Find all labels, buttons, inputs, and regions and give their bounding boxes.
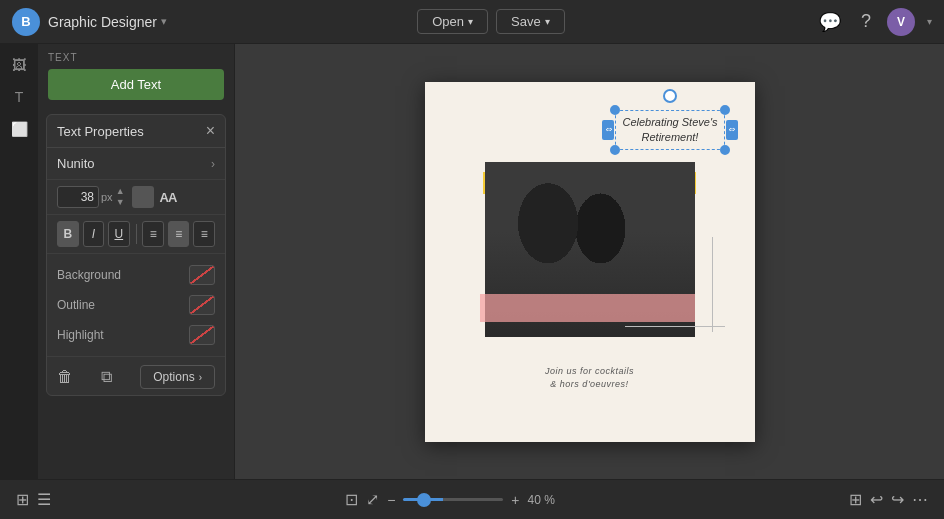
sidebar-content: TEXT Add Text Text Properties × Nunito › — [38, 44, 234, 479]
rail-icon-text[interactable]: T — [10, 84, 29, 110]
italic-button[interactable]: I — [83, 221, 105, 247]
fit-button[interactable]: ⊡ — [345, 490, 358, 509]
format-align-row: B I U ≡ ≡ ≡ — [47, 215, 225, 254]
options-chevron-icon: › — [199, 372, 202, 383]
canvas-line-horizontal — [625, 326, 725, 327]
underline-button[interactable]: U — [108, 221, 130, 247]
props-title: Text Properties — [57, 124, 144, 139]
options-row: 🗑 ⧉ Options › — [47, 356, 225, 395]
font-selector-row[interactable]: Nunito › — [47, 148, 225, 180]
close-props-button[interactable]: × — [206, 123, 215, 139]
avatar[interactable]: V — [887, 8, 915, 36]
canvas-subtitle-line1: Join us for cocktails — [425, 365, 755, 379]
font-size-input[interactable] — [57, 186, 99, 208]
duplicate-button[interactable]: ⧉ — [101, 368, 112, 386]
help-icon-button[interactable]: ? — [857, 7, 875, 36]
outline-color-swatch[interactable] — [189, 295, 215, 315]
topbar-center: Open ▾ Save ▾ — [417, 9, 564, 34]
font-color-swatch[interactable] — [132, 186, 154, 208]
text-section: TEXT Add Text — [38, 44, 234, 108]
app-name-menu[interactable]: Graphic Designer ▾ — [48, 14, 167, 30]
align-left-button[interactable]: ≡ — [142, 221, 164, 247]
background-label: Background — [57, 268, 121, 282]
topbar-right: 💬 ? V ▾ — [815, 7, 932, 37]
highlight-color-row: Highlight — [57, 320, 215, 350]
canvas-title-text[interactable]: Celebrating Steve's Retirement! ⇔ ⇔ — [615, 110, 724, 151]
size-style-row: px ▲ ▼ AA — [47, 180, 225, 215]
font-size-down-button[interactable]: ▼ — [115, 197, 126, 208]
canvas-line-vertical — [712, 237, 713, 332]
bottombar: ⊞ ☰ ⊡ ⤢ − + 40 % ⊞ ↩ ↪ ⋯ — [0, 479, 944, 519]
canvas: Celebrating Steve's Retirement! ⇔ ⇔ — [425, 82, 755, 442]
zoom-out-button[interactable]: − — [387, 492, 395, 508]
save-chevron-icon: ▾ — [545, 16, 550, 27]
delete-button[interactable]: 🗑 — [57, 368, 73, 386]
sel-handle-tr — [720, 105, 730, 115]
outline-label: Outline — [57, 298, 95, 312]
bottom-left: ⊞ ☰ — [16, 490, 51, 509]
topbar-left: B Graphic Designer ▾ — [12, 8, 167, 36]
add-text-button[interactable]: Add Text — [48, 69, 224, 100]
left-panel: 🖼 T ⬜ TEXT Add Text Text Properties × — [0, 44, 234, 479]
rail-icon-image[interactable]: 🖼 — [7, 52, 31, 78]
props-header: Text Properties × — [47, 115, 225, 148]
pages-button[interactable]: ☰ — [37, 490, 51, 509]
sel-icon-left: ⇔ — [602, 120, 614, 140]
open-chevron-icon: ▾ — [468, 16, 473, 27]
canvas-title-line1: Celebrating Steve's — [622, 115, 717, 130]
font-chevron-icon: › — [211, 157, 215, 171]
canvas-title-line2: Retirement! — [622, 130, 717, 145]
text-properties-panel: Text Properties × Nunito › px — [46, 114, 226, 396]
open-button[interactable]: Open ▾ — [417, 9, 488, 34]
zoom-percent-label: 40 % — [528, 493, 555, 507]
chat-icon-button[interactable]: 💬 — [815, 7, 845, 37]
font-size-input-wrap: px ▲ ▼ — [57, 186, 126, 208]
app-logo: B — [12, 8, 40, 36]
color-properties: Background Outline Highlight — [47, 254, 225, 356]
sel-handle-tl — [610, 105, 620, 115]
grid-button[interactable]: ⊞ — [849, 490, 862, 509]
align-right-button[interactable]: ≡ — [193, 221, 215, 247]
font-size-up-button[interactable]: ▲ — [115, 186, 126, 197]
sel-handle-bl — [610, 145, 620, 155]
sel-icon-right: ⇔ — [726, 120, 738, 140]
zoom-in-button[interactable]: + — [511, 492, 519, 508]
canvas-subtitle-text: Join us for cocktails & hors d'oeuvres! — [425, 365, 755, 392]
left-sidebar: 🖼 T ⬜ TEXT Add Text Text Properties × — [0, 44, 235, 479]
redo-button[interactable]: ↪ — [891, 490, 904, 509]
options-button[interactable]: Options › — [140, 365, 215, 389]
bold-button[interactable]: B — [57, 221, 79, 247]
icon-rail: 🖼 T ⬜ — [0, 44, 38, 479]
expand-button[interactable]: ⤢ — [366, 490, 379, 509]
font-name-label: Nunito — [57, 156, 95, 171]
undo-button[interactable]: ↩ — [870, 490, 883, 509]
rail-icon-shape[interactable]: ⬜ — [6, 116, 33, 142]
zoom-slider[interactable] — [403, 498, 503, 501]
text-case-button[interactable]: AA — [160, 190, 177, 205]
main-area: 🖼 T ⬜ TEXT Add Text Text Properties × — [0, 44, 944, 479]
bottom-right: ⊞ ↩ ↪ ⋯ — [849, 490, 928, 509]
app-name-chevron: ▾ — [161, 15, 167, 28]
canvas-subtitle-line2: & hors d'oeuvres! — [425, 378, 755, 392]
topbar: B Graphic Designer ▾ Open ▾ Save ▾ 💬 ? V… — [0, 0, 944, 44]
sel-handle-br — [720, 145, 730, 155]
outline-color-row: Outline — [57, 290, 215, 320]
background-color-swatch[interactable] — [189, 265, 215, 285]
highlight-color-swatch[interactable] — [189, 325, 215, 345]
divider — [136, 224, 137, 244]
highlight-label: Highlight — [57, 328, 104, 342]
zoom-controls: ⊡ ⤢ − + 40 % — [345, 490, 555, 509]
layers-button[interactable]: ⊞ — [16, 490, 29, 509]
save-button[interactable]: Save ▾ — [496, 9, 565, 34]
font-size-unit: px — [101, 191, 113, 203]
background-color-row: Background — [57, 260, 215, 290]
canvas-area[interactable]: Celebrating Steve's Retirement! ⇔ ⇔ — [235, 44, 944, 479]
more-button[interactable]: ⋯ — [912, 490, 928, 509]
text-section-label: TEXT — [48, 52, 224, 63]
app-name-label: Graphic Designer — [48, 14, 157, 30]
font-size-spinners: ▲ ▼ — [115, 186, 126, 208]
canvas-pink-bar — [480, 294, 695, 322]
align-center-button[interactable]: ≡ — [168, 221, 190, 247]
sel-handle-top-center — [663, 89, 677, 103]
avatar-chevron-icon: ▾ — [927, 16, 932, 27]
